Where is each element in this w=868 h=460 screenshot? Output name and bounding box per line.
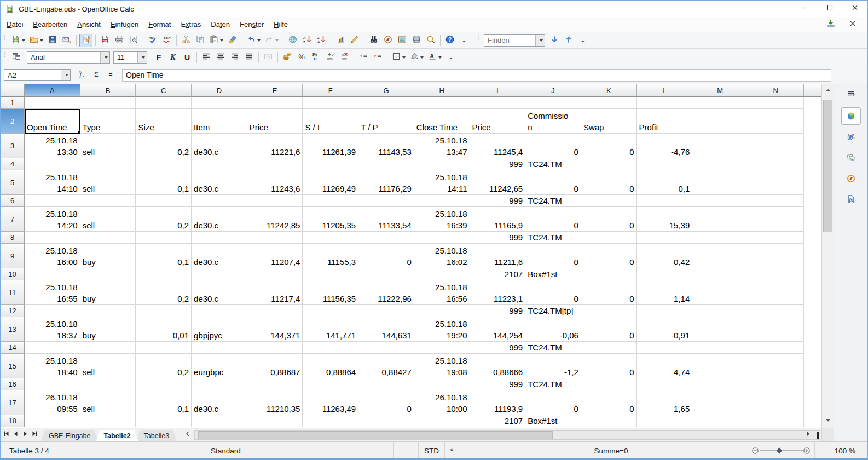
cell-E1[interactable] (247, 97, 303, 109)
cell-N9[interactable] (748, 244, 804, 268)
cell-K15[interactable]: 0 (581, 354, 637, 378)
row-header-8[interactable]: 8 (1, 232, 25, 244)
cell-N3[interactable] (748, 134, 804, 158)
cell-A14[interactable] (25, 342, 80, 354)
cell-B17[interactable]: sell (80, 390, 136, 415)
gallery-button[interactable] (396, 34, 409, 47)
cell-B18[interactable] (80, 415, 136, 427)
cell-B9[interactable]: buy (80, 244, 136, 268)
cell-M9[interactable] (692, 244, 748, 268)
cell-H10[interactable] (414, 268, 470, 280)
menu-format[interactable]: Format (143, 18, 176, 31)
functions-button[interactable]: fx (841, 191, 861, 208)
cell-H15[interactable]: 25.10.18 19:08 (414, 354, 470, 378)
cell-E15[interactable]: 0,88687 (247, 354, 303, 378)
cell-A1[interactable] (25, 97, 80, 109)
cell-G8[interactable] (358, 232, 414, 244)
cell-N11[interactable] (748, 280, 804, 305)
sort-descending-button[interactable]: ZA (315, 34, 328, 47)
column-header-F[interactable]: F (303, 84, 358, 97)
cell-N16[interactable] (748, 378, 804, 390)
row-header-12[interactable]: 12 (1, 305, 25, 317)
cell-E8[interactable] (247, 232, 303, 244)
cell-F4[interactable] (303, 158, 358, 170)
cell-A17[interactable]: 26.10.18 09:55 (25, 390, 80, 415)
load-url-button[interactable] (824, 18, 837, 31)
cell-B6[interactable] (80, 195, 136, 207)
cell-F13[interactable]: 141,771 (303, 317, 358, 342)
cell-N10[interactable] (748, 268, 804, 280)
cell-A3[interactable]: 25.10.18 13:30 (25, 134, 80, 158)
cell-C17[interactable]: 0,1 (136, 390, 192, 415)
page-preview-button[interactable] (127, 34, 140, 47)
cell-L6[interactable] (637, 195, 693, 207)
underline-button[interactable]: U (181, 51, 194, 64)
cell-D15[interactable]: eurgbpc (192, 354, 247, 378)
cell-F2[interactable]: S / L (303, 109, 358, 134)
cell-I13[interactable]: 144,254 (470, 317, 526, 342)
toolbar-overflow-button[interactable] (444, 51, 458, 64)
cell-L9[interactable]: 0,42 (637, 244, 693, 268)
cell-N15[interactable] (748, 354, 804, 378)
cell-F1[interactable] (303, 97, 358, 109)
zoom-slider[interactable] (748, 442, 815, 459)
cell-M1[interactable] (692, 97, 748, 109)
format-paintbrush-button[interactable] (226, 34, 239, 47)
undo-button[interactable] (245, 34, 262, 47)
cell-B3[interactable]: sell (80, 134, 136, 158)
cell-I18[interactable]: 2107 (470, 415, 526, 427)
cell-C7[interactable]: 0,2 (136, 207, 192, 232)
toolbar-overflow-button[interactable] (576, 34, 589, 47)
column-header-A[interactable]: A (25, 84, 80, 97)
cell-E6[interactable] (247, 195, 303, 207)
cell-M13[interactable] (692, 317, 748, 342)
cell-D18[interactable] (192, 415, 247, 427)
sheet-tab-tabelle3[interactable]: Tabelle3 (136, 430, 177, 441)
cell-E5[interactable]: 11243,6 (247, 170, 303, 195)
cell-K2[interactable]: Swap (581, 109, 637, 134)
save-button[interactable] (46, 34, 59, 47)
cell-M3[interactable] (692, 134, 748, 158)
scroll-down-button[interactable] (822, 416, 834, 426)
align-justify-button[interactable] (242, 51, 256, 64)
cell-M17[interactable] (692, 390, 748, 415)
cell-B7[interactable]: sell (80, 207, 136, 232)
cell-H9[interactable]: 25.10.18 16:02 (414, 244, 470, 268)
cell-H4[interactable] (414, 158, 470, 170)
cell-I7[interactable]: 11165,9 (470, 207, 526, 232)
cell-B8[interactable] (80, 232, 136, 244)
cell-I12[interactable]: 999 (470, 305, 526, 317)
cell-H13[interactable]: 25.10.18 19:20 (414, 317, 470, 342)
cell-D5[interactable]: de30.c (192, 170, 247, 195)
horizontal-scrollbar[interactable] (194, 430, 820, 440)
cell-G18[interactable] (358, 415, 414, 427)
cell-J7[interactable]: 0 (525, 207, 581, 232)
styles-presenter-button[interactable] (10, 51, 23, 64)
cell-B14[interactable] (80, 342, 136, 354)
cell-C10[interactable] (136, 268, 192, 280)
spellcheck-button[interactable]: ABC (146, 34, 159, 47)
maximize-button[interactable] (817, 1, 842, 17)
column-header-B[interactable]: B (80, 84, 136, 97)
navigator-button[interactable] (841, 170, 861, 187)
print-button[interactable] (113, 34, 126, 47)
zoom-button[interactable] (424, 34, 437, 47)
cell-A8[interactable] (25, 232, 80, 244)
cell-J18[interactable]: Box#1st (525, 415, 581, 427)
cell-G13[interactable]: 144,631 (358, 317, 414, 342)
cell-H11[interactable]: 25.10.18 16:56 (414, 280, 470, 305)
cell-C18[interactable] (136, 415, 192, 427)
navigator-button[interactable] (381, 34, 395, 47)
merge-cells-button[interactable] (262, 51, 275, 64)
cell-M5[interactable] (692, 170, 748, 195)
vertical-scrollbar-thumb[interactable] (823, 100, 832, 232)
row-header-1[interactable]: 1 (1, 97, 25, 109)
email-button[interactable] (60, 34, 73, 47)
cell-L3[interactable]: -4,76 (637, 134, 693, 158)
cell-G16[interactable] (358, 378, 414, 390)
gallery-button[interactable] (841, 149, 861, 166)
cell-F3[interactable]: 11261,39 (303, 134, 358, 158)
font-name-dropdown[interactable] (100, 52, 109, 63)
cell-M8[interactable] (692, 232, 748, 244)
open-button[interactable] (28, 34, 45, 47)
